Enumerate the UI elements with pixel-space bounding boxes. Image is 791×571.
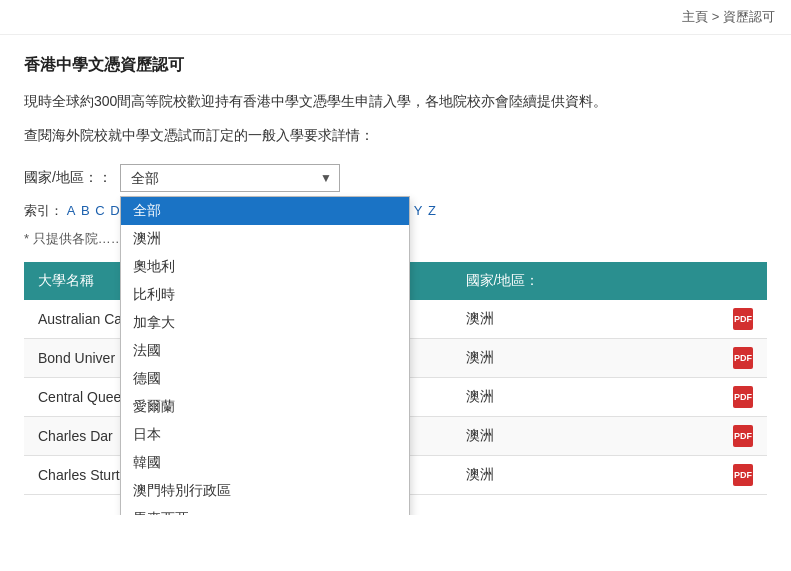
country-2: 澳洲 [426, 377, 719, 416]
dropdown-item-1[interactable]: 澳洲 [121, 225, 409, 253]
dropdown-item-9[interactable]: 韓國 [121, 449, 409, 477]
pdf-icon-2[interactable]: PDF [733, 386, 753, 408]
pdf-icon-3[interactable]: PDF [733, 425, 753, 447]
pdf-icon-4[interactable]: PDF [733, 464, 753, 486]
alpha-A[interactable]: A [67, 203, 76, 218]
dropdown-item-6[interactable]: 德國 [121, 365, 409, 393]
filter-label: 國家/地區：： [24, 169, 112, 187]
alpha-D[interactable]: D [110, 203, 119, 218]
dropdown-item-10[interactable]: 澳門特別行政區 [121, 477, 409, 505]
country-4: 澳洲 [426, 455, 719, 494]
pdf-cell-3[interactable]: PDF [719, 416, 767, 455]
country-0: 澳洲 [426, 300, 719, 339]
pdf-icon-1[interactable]: PDF [733, 347, 753, 369]
alpha-Y[interactable]: Y [414, 203, 423, 218]
breadcrumb-text: 主頁 > 資歷認可 [682, 9, 775, 24]
alpha-C[interactable]: C [95, 203, 104, 218]
main-content: 香港中學文憑資歷認可 現時全球約300間高等院校歡迎持有香港中學文憑學生申請入學… [0, 35, 791, 515]
breadcrumb: 主頁 > 資歷認可 [0, 0, 791, 35]
pdf-cell-1[interactable]: PDF [719, 338, 767, 377]
pdf-cell-4[interactable]: PDF [719, 455, 767, 494]
pdf-icon-0[interactable]: PDF [733, 308, 753, 330]
dropdown-item-2[interactable]: 奧地利 [121, 253, 409, 281]
pdf-cell-2[interactable]: PDF [719, 377, 767, 416]
country-3: 澳洲 [426, 416, 719, 455]
filter-select-wrapper: 全部 ▼ 全部澳洲奧地利比利時加拿大法國德國愛爾蘭日本韓國澳門特別行政區馬來西亞… [120, 164, 340, 192]
dropdown-item-8[interactable]: 日本 [121, 421, 409, 449]
alpha-Z[interactable]: Z [428, 203, 436, 218]
dropdown-item-7[interactable]: 愛爾蘭 [121, 393, 409, 421]
dropdown-item-0[interactable]: 全部 [121, 197, 409, 225]
dropdown-item-3[interactable]: 比利時 [121, 281, 409, 309]
pdf-cell-0[interactable]: PDF [719, 300, 767, 339]
country-select[interactable]: 全部 [120, 164, 340, 192]
dropdown-item-4[interactable]: 加拿大 [121, 309, 409, 337]
col-country: 國家/地區： [426, 262, 719, 300]
alpha-B[interactable]: B [81, 203, 90, 218]
intro-text-2: 查閱海外院校就中學文憑試而訂定的一般入學要求詳情： [24, 124, 767, 148]
dropdown-item-11[interactable]: 馬來西亞 [121, 505, 409, 515]
filter-row: 國家/地區：： 全部 ▼ 全部澳洲奧地利比利時加拿大法國德國愛爾蘭日本韓國澳門特… [24, 164, 767, 192]
col-pdf-header [719, 262, 767, 300]
intro-text-1: 現時全球約300間高等院校歡迎持有香港中學文憑學生申請入學，各地院校亦會陸續提供… [24, 90, 767, 114]
page-title: 香港中學文憑資歷認可 [24, 55, 767, 76]
country-1: 澳洲 [426, 338, 719, 377]
dropdown-overlay: 全部澳洲奧地利比利時加拿大法國德國愛爾蘭日本韓國澳門特別行政區馬來西亞新西蘭新加… [120, 196, 410, 515]
dropdown-item-5[interactable]: 法國 [121, 337, 409, 365]
